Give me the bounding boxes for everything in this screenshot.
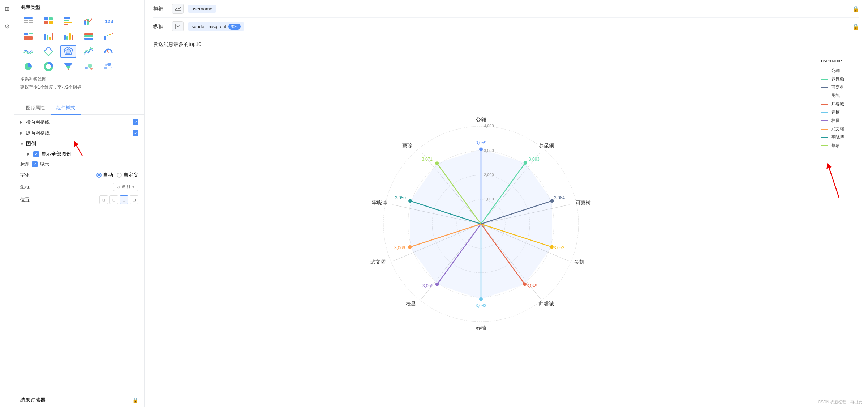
footer-text: CSDN @新征程，再出发 [818,400,862,404]
pos-top-left[interactable]: ⊡ [99,195,108,204]
border-select[interactable]: ⊘ 透明 ▼ [113,183,138,191]
pos-bottom-right[interactable]: ⊡ [120,195,128,204]
chart-icon-bar-h[interactable] [60,14,76,27]
sidebar-icon-circle[interactable]: ⊙ [2,21,12,31]
svg-point-89 [435,161,439,165]
svg-rect-16 [24,33,28,35]
value-cangzhen: 3,071 [422,157,433,162]
expand-icon [20,121,22,124]
chart-icon-number[interactable]: 123 [100,14,116,27]
svg-point-86 [435,283,439,286]
x-axis-label: 横轴 [153,5,168,12]
value-yankun: 3,093 [529,157,540,162]
chart-type-panel: 图表类型 123 [14,0,145,407]
chart-icon-bubble[interactable] [81,60,96,73]
sidebar: ⊞ ⊙ [0,0,14,407]
value-chunnan: 3,083 [476,303,486,308]
svg-point-80 [479,148,483,151]
tab-graphic-props[interactable]: 图形属性 [20,102,51,115]
legend-item-8: 牢晓博 [821,134,864,140]
svg-rect-28 [84,38,93,40]
chart-icon-empty1[interactable] [121,14,137,27]
svg-point-82 [550,199,554,203]
expand-icon2 [20,132,22,135]
grid-label-0: 0 [483,224,485,228]
expand-icon3 [27,153,30,156]
legend-color-5 [821,112,828,113]
chart-icon-empty4[interactable] [121,60,137,73]
legend-color-4 [821,104,828,105]
chart-icon-mixed[interactable] [81,14,96,27]
chart-icon-bar-v2[interactable] [60,30,76,43]
tab-component-style[interactable]: 组件样式 [51,102,81,115]
svg-point-52 [111,67,112,68]
chart-icon-heatmap[interactable] [100,60,116,73]
axis-label-chunnan: 春楠 [476,325,486,331]
chart-icons-grid: 123 [20,14,138,73]
svg-text:123: 123 [105,18,113,24]
chart-icon-waterfall[interactable] [100,30,116,43]
legend-item-7: 武文曜 [821,126,864,132]
chart-icon-pie[interactable] [20,60,36,73]
legend-item-0: 公翱 [821,68,864,74]
font-custom-option[interactable]: 自定义 [117,172,138,178]
x-axis-icon[interactable] [172,4,184,14]
legend-item-3: 吴凯 [821,93,864,99]
svg-point-84 [523,283,527,286]
horizontal-grid-checkbox[interactable] [133,119,138,125]
font-auto-radio[interactable] [96,173,102,178]
chart-icon-funnel[interactable] [60,60,76,73]
legend-area: username 公翱 养昆颌 可嘉树 吴凯 [817,51,868,397]
pos-full[interactable]: ⊡ [130,195,138,204]
chart-icon-pivot[interactable] [40,14,56,27]
value-xiaochang: 3,056 [422,283,433,288]
y-axis-field[interactable]: sender_msg_cnt 求和 [188,22,244,31]
chart-icon-empty3[interactable] [121,45,137,58]
font-custom-radio[interactable] [117,173,122,178]
svg-rect-12 [64,24,68,25]
svg-rect-21 [47,35,48,40]
chart-icon-wave[interactable] [20,45,36,58]
x-axis-field[interactable]: username [188,5,216,13]
svg-line-37 [44,51,48,56]
y-axis-icon[interactable] [172,21,184,31]
chart-icon-bar-v[interactable] [40,30,56,43]
svg-point-83 [550,245,554,249]
chart-icon-treemap[interactable] [20,30,36,43]
chart-icon-table[interactable] [20,14,36,27]
chart-icon-scatter[interactable] [40,45,56,58]
axis-label-kejia: 可嘉树 [576,200,591,205]
show-all-legend-checkbox[interactable] [33,151,39,157]
chart-icon-empty2[interactable] [121,30,137,43]
chart-icon-bar-stack[interactable] [81,30,96,43]
title-show-checkbox[interactable] [32,161,38,167]
chart-title: 发送消息最多的top10 [145,35,868,51]
font-auto-option[interactable]: 自动 [96,172,113,178]
legend-item-6: 校昌 [821,118,864,124]
legend-name-9: 藏珍 [831,143,840,149]
chart-footer: CSDN @新征程，再出发 [145,397,868,407]
font-row: 字体 自动 自定义 [20,172,138,178]
svg-point-53 [104,67,107,69]
svg-rect-22 [49,37,51,40]
legend-color-8 [821,137,828,138]
svg-rect-24 [64,35,66,40]
chart-icon-radar[interactable] [60,45,76,58]
axis-label-shuai: 帅睿诚 [539,301,554,306]
vertical-grid-checkbox[interactable] [133,130,138,136]
svg-rect-20 [44,34,46,40]
horizontal-grid-label: 横向网格线 [20,119,50,126]
grid-label-3000: 3,000 [484,148,494,153]
legend-triangle: ▼ [20,142,24,146]
pos-top-center[interactable]: ⊡ [109,195,118,204]
value-laoxiao: 3,050 [395,195,406,200]
chart-icon-gauge[interactable] [100,45,116,58]
legend-color-6 [821,120,828,121]
chart-icon-donut[interactable] [40,60,56,73]
axis-label-wuwen: 武文曜 [370,259,386,265]
horizontal-grid-row: 横向网格线 [20,119,138,126]
radar-chart-svg: 公翱 养昆颌 可嘉树 吴凯 帅睿诚 春楠 校昌 武文曜 牢晓博 藏珍 4,000… [354,97,607,351]
value-wukai: 3,052 [554,245,564,250]
sidebar-icon-grid[interactable]: ⊞ [2,4,12,14]
chart-icon-line[interactable] [81,45,96,58]
